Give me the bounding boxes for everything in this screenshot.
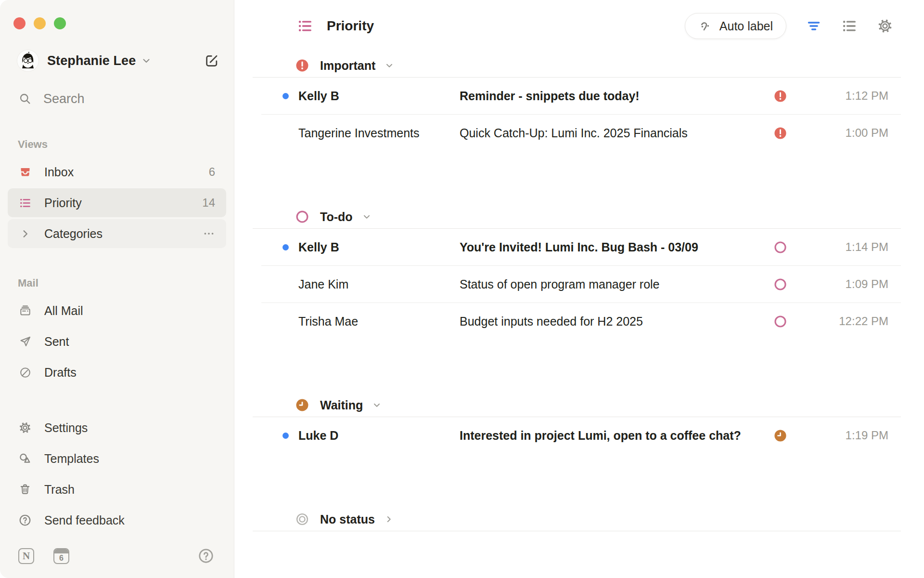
no-status-icon	[295, 512, 309, 526]
sidebar-item-label: Send feedback	[44, 513, 125, 527]
sidebar-item-label: All Mail	[44, 304, 83, 318]
search-placeholder: Search	[43, 92, 85, 106]
drafts-icon	[19, 366, 32, 379]
priority-list-icon	[297, 18, 313, 34]
sidebar-item-label: Priority	[44, 196, 82, 210]
sidebar-item-label: Drafts	[44, 366, 77, 380]
unread-count: 14	[202, 196, 215, 210]
filter-button[interactable]	[806, 18, 822, 34]
important-status-icon[interactable]	[773, 89, 787, 103]
notion-logo-icon[interactable]: N	[18, 548, 34, 564]
templates-icon	[18, 452, 32, 465]
email-sender: Luke D	[298, 429, 460, 443]
waiting-icon	[295, 398, 309, 412]
email-row[interactable]: Kelly BYou're Invited! Lumi Inc. Bug Bas…	[253, 229, 901, 265]
email-subject: You're Invited! Lumi Inc. Bug Bash - 03/…	[460, 240, 766, 254]
sent-icon	[19, 335, 32, 348]
email-group-no-status: No status	[253, 508, 901, 531]
traffic-lights	[0, 0, 234, 29]
search-icon	[18, 92, 32, 105]
important-icon	[295, 58, 309, 73]
important-status-icon[interactable]	[773, 126, 787, 140]
group-header-no-status[interactable]: No status	[253, 508, 901, 531]
email-row[interactable]: Tangerine InvestmentsQuick Catch-Up: Lum…	[253, 115, 901, 151]
sidebar-item-all-mail[interactable]: All Mail	[8, 296, 226, 325]
view-settings-button[interactable]	[877, 18, 893, 34]
trash-icon	[18, 483, 32, 496]
section-divider	[253, 531, 901, 531]
more-options-icon[interactable]	[203, 227, 215, 240]
help-icon[interactable]	[197, 547, 215, 565]
chevron-right-icon	[384, 514, 394, 525]
calendar-icon[interactable]: 6	[53, 548, 69, 564]
sidebar-item-templates[interactable]: Templates	[0, 443, 234, 474]
sidebar-item-inbox[interactable]: Inbox 6	[8, 158, 226, 186]
sidebar-item-trash[interactable]: Trash	[0, 474, 234, 505]
unread-count: 6	[209, 165, 215, 179]
email-row[interactable]: Trisha MaeBudget inputs needed for H2 20…	[253, 303, 901, 340]
auto-label-button[interactable]: Auto label	[685, 13, 786, 39]
todo-status-icon[interactable]	[773, 315, 787, 328]
minimize-button[interactable]	[34, 17, 46, 29]
todo-icon	[295, 210, 309, 224]
sidebar-item-label: Templates	[44, 452, 99, 466]
sidebar-item-label: Categories	[44, 227, 103, 241]
sidebar-item-categories[interactable]: Categories	[8, 219, 226, 248]
group-header-to-do[interactable]: To-do	[253, 205, 901, 228]
mail-section-label: Mail	[18, 277, 234, 289]
unread-dot	[282, 433, 289, 439]
chevron-down-icon	[372, 400, 382, 410]
page-title: Priority	[327, 18, 374, 34]
sidebar-item-label: Trash	[44, 483, 75, 497]
search-input[interactable]: Search	[18, 90, 219, 107]
views-section-label: Views	[18, 138, 234, 151]
account-switcher[interactable]: Stephanie Lee	[17, 50, 219, 72]
email-time: 12:22 PM	[787, 315, 888, 328]
email-time: 1:12 PM	[787, 89, 888, 103]
email-subject: Interested in project Lumi, open to a co…	[460, 429, 766, 443]
group-label: Important	[320, 59, 375, 73]
email-time: 1:00 PM	[787, 126, 888, 140]
main-pane: Priority Auto label ImportantKelly BRemi…	[234, 0, 924, 578]
email-subject: Status of open program manager role	[460, 277, 766, 291]
email-sender: Kelly B	[298, 240, 460, 254]
email-row[interactable]: Jane KimStatus of open program manager r…	[253, 266, 901, 302]
email-group-important: ImportantKelly BReminder - snippets due …	[253, 54, 901, 151]
sidebar-item-sent[interactable]: Sent	[8, 327, 226, 356]
chevron-down-icon	[361, 211, 372, 222]
sidebar-item-send-feedback[interactable]: Send feedback	[0, 505, 234, 536]
gear-icon	[877, 18, 893, 34]
email-row[interactable]: Luke DInterested in project Lumi, open t…	[253, 417, 901, 454]
unread-dot	[282, 93, 289, 99]
sidebar-item-drafts[interactable]: Drafts	[8, 358, 226, 387]
sidebar-item-label: Inbox	[44, 165, 74, 179]
group-label: Waiting	[320, 398, 363, 412]
group-header-waiting[interactable]: Waiting	[253, 394, 901, 417]
email-time: 1:14 PM	[787, 240, 888, 254]
group-header-important[interactable]: Important	[253, 54, 901, 77]
compose-button[interactable]	[204, 53, 219, 68]
zoom-button[interactable]	[54, 17, 66, 29]
email-row[interactable]: Kelly BReminder - snippets due today!1:1…	[253, 78, 901, 114]
group-label: To-do	[320, 210, 353, 224]
sidebar-item-settings[interactable]: Settings	[0, 412, 234, 443]
waiting-status-icon[interactable]	[773, 429, 787, 443]
all-mail-icon	[19, 304, 32, 317]
chevron-right-icon	[19, 227, 32, 240]
todo-status-icon[interactable]	[773, 240, 787, 254]
todo-status-icon[interactable]	[773, 277, 787, 291]
inbox-icon	[19, 166, 32, 179]
email-sender: Kelly B	[298, 89, 460, 103]
list-view-icon	[841, 18, 858, 34]
calendar-icon-band	[54, 549, 68, 553]
filter-icon	[806, 18, 822, 34]
auto-label-face-icon	[698, 19, 712, 33]
list-view-button[interactable]	[841, 18, 858, 34]
close-button[interactable]	[13, 17, 26, 29]
account-name: Stephanie Lee	[47, 53, 136, 68]
sidebar-footer: Settings Templates Trash Send feedback N…	[0, 412, 234, 578]
priority-list-icon	[19, 197, 32, 210]
sidebar-item-priority[interactable]: Priority 14	[8, 188, 226, 217]
chevron-down-icon	[141, 55, 152, 66]
group-label: No status	[320, 512, 375, 526]
